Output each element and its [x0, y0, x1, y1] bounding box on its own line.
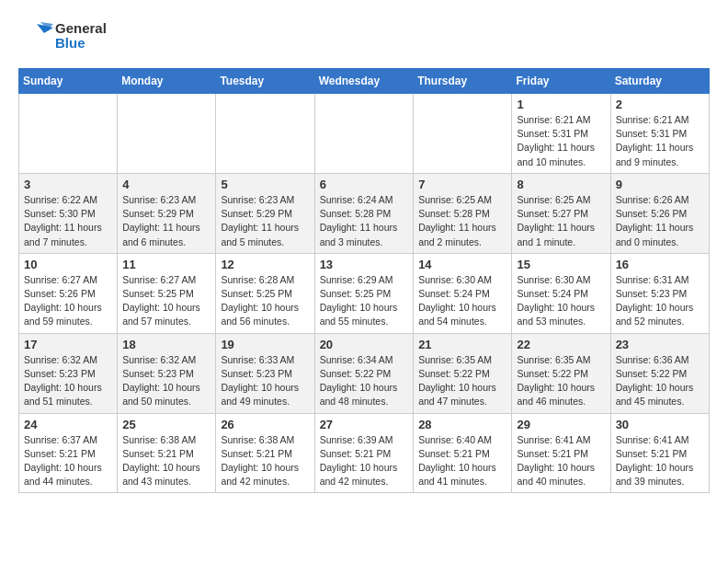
- logo-bird-icon: [18, 18, 53, 53]
- calendar-cell: 1Sunrise: 6:21 AM Sunset: 5:31 PM Daylig…: [512, 94, 610, 174]
- weekday-header-thursday: Thursday: [414, 69, 512, 94]
- day-number: 21: [418, 338, 506, 351]
- day-info: Sunrise: 6:36 AM Sunset: 5:22 PM Dayligh…: [616, 353, 704, 409]
- weekday-header-monday: Monday: [118, 69, 216, 94]
- day-number: 25: [122, 418, 210, 431]
- calendar-cell: 27Sunrise: 6:39 AM Sunset: 5:21 PM Dayli…: [314, 413, 414, 493]
- calendar-cell: 14Sunrise: 6:30 AM Sunset: 5:24 PM Dayli…: [414, 253, 512, 333]
- calendar-cell: 29Sunrise: 6:41 AM Sunset: 5:21 PM Dayli…: [512, 413, 610, 493]
- day-info: Sunrise: 6:31 AM Sunset: 5:23 PM Dayligh…: [616, 273, 704, 329]
- weekday-header-friday: Friday: [512, 69, 610, 94]
- page-header: General Blue: [18, 18, 710, 53]
- day-info: Sunrise: 6:21 AM Sunset: 5:31 PM Dayligh…: [616, 113, 704, 169]
- day-info: Sunrise: 6:24 AM Sunset: 5:28 PM Dayligh…: [320, 193, 409, 249]
- day-number: 30: [616, 418, 704, 431]
- calendar-table: SundayMondayTuesdayWednesdayThursdayFrid…: [18, 68, 710, 493]
- day-number: 12: [221, 258, 309, 271]
- day-info: Sunrise: 6:29 AM Sunset: 5:25 PM Dayligh…: [320, 273, 409, 329]
- day-number: 3: [24, 178, 112, 191]
- day-info: Sunrise: 6:32 AM Sunset: 5:23 PM Dayligh…: [122, 353, 210, 409]
- day-info: Sunrise: 6:27 AM Sunset: 5:26 PM Dayligh…: [24, 273, 112, 329]
- day-info: Sunrise: 6:33 AM Sunset: 5:23 PM Dayligh…: [221, 353, 309, 409]
- calendar-week-1: 1Sunrise: 6:21 AM Sunset: 5:31 PM Daylig…: [19, 94, 710, 174]
- calendar-cell: 6Sunrise: 6:24 AM Sunset: 5:28 PM Daylig…: [314, 173, 414, 253]
- calendar-cell: 20Sunrise: 6:34 AM Sunset: 5:22 PM Dayli…: [314, 333, 414, 413]
- weekday-header-wednesday: Wednesday: [314, 69, 414, 94]
- day-number: 6: [320, 178, 409, 191]
- calendar-cell: 18Sunrise: 6:32 AM Sunset: 5:23 PM Dayli…: [118, 333, 216, 413]
- day-number: 20: [320, 338, 409, 351]
- weekday-header-saturday: Saturday: [610, 69, 709, 94]
- day-info: Sunrise: 6:32 AM Sunset: 5:23 PM Dayligh…: [24, 353, 112, 409]
- day-info: Sunrise: 6:26 AM Sunset: 5:26 PM Dayligh…: [616, 193, 704, 249]
- calendar-cell: [414, 94, 512, 174]
- calendar-cell: 3Sunrise: 6:22 AM Sunset: 5:30 PM Daylig…: [19, 173, 118, 253]
- day-number: 16: [616, 258, 704, 271]
- day-number: 19: [221, 338, 309, 351]
- logo-general: General: [55, 21, 107, 37]
- day-info: Sunrise: 6:40 AM Sunset: 5:21 PM Dayligh…: [418, 433, 506, 489]
- day-info: Sunrise: 6:37 AM Sunset: 5:21 PM Dayligh…: [24, 433, 112, 489]
- day-info: Sunrise: 6:23 AM Sunset: 5:29 PM Dayligh…: [122, 193, 210, 249]
- day-info: Sunrise: 6:21 AM Sunset: 5:31 PM Dayligh…: [517, 113, 605, 169]
- calendar-cell: [118, 94, 216, 174]
- day-number: 23: [616, 338, 704, 351]
- day-number: 13: [320, 258, 409, 271]
- day-info: Sunrise: 6:30 AM Sunset: 5:24 PM Dayligh…: [418, 273, 506, 329]
- day-info: Sunrise: 6:22 AM Sunset: 5:30 PM Dayligh…: [24, 193, 112, 249]
- calendar-cell: 11Sunrise: 6:27 AM Sunset: 5:25 PM Dayli…: [118, 253, 216, 333]
- day-number: 27: [320, 418, 409, 431]
- calendar-cell: 17Sunrise: 6:32 AM Sunset: 5:23 PM Dayli…: [19, 333, 118, 413]
- calendar-week-2: 3Sunrise: 6:22 AM Sunset: 5:30 PM Daylig…: [19, 173, 710, 253]
- day-number: 1: [517, 98, 605, 111]
- day-info: Sunrise: 6:41 AM Sunset: 5:21 PM Dayligh…: [616, 433, 704, 489]
- day-info: Sunrise: 6:35 AM Sunset: 5:22 PM Dayligh…: [517, 353, 605, 409]
- day-number: 28: [418, 418, 506, 431]
- day-info: Sunrise: 6:39 AM Sunset: 5:21 PM Dayligh…: [320, 433, 409, 489]
- day-info: Sunrise: 6:23 AM Sunset: 5:29 PM Dayligh…: [221, 193, 309, 249]
- day-number: 26: [221, 418, 309, 431]
- calendar-cell: 22Sunrise: 6:35 AM Sunset: 5:22 PM Dayli…: [512, 333, 610, 413]
- calendar-cell: 7Sunrise: 6:25 AM Sunset: 5:28 PM Daylig…: [414, 173, 512, 253]
- day-info: Sunrise: 6:35 AM Sunset: 5:22 PM Dayligh…: [418, 353, 506, 409]
- weekday-header-sunday: Sunday: [19, 69, 118, 94]
- calendar-cell: 30Sunrise: 6:41 AM Sunset: 5:21 PM Dayli…: [610, 413, 709, 493]
- day-number: 15: [517, 258, 605, 271]
- calendar-cell: 19Sunrise: 6:33 AM Sunset: 5:23 PM Dayli…: [216, 333, 314, 413]
- day-number: 10: [24, 258, 112, 271]
- day-number: 29: [517, 418, 605, 431]
- calendar-cell: 28Sunrise: 6:40 AM Sunset: 5:21 PM Dayli…: [414, 413, 512, 493]
- day-number: 5: [221, 178, 309, 191]
- day-number: 24: [24, 418, 112, 431]
- calendar-cell: 13Sunrise: 6:29 AM Sunset: 5:25 PM Dayli…: [314, 253, 414, 333]
- day-number: 22: [517, 338, 605, 351]
- calendar-week-4: 17Sunrise: 6:32 AM Sunset: 5:23 PM Dayli…: [19, 333, 710, 413]
- weekday-header-tuesday: Tuesday: [216, 69, 314, 94]
- calendar-cell: 16Sunrise: 6:31 AM Sunset: 5:23 PM Dayli…: [610, 253, 709, 333]
- logo: General Blue: [18, 18, 107, 53]
- day-number: 17: [24, 338, 112, 351]
- calendar-cell: 26Sunrise: 6:38 AM Sunset: 5:21 PM Dayli…: [216, 413, 314, 493]
- calendar-cell: 5Sunrise: 6:23 AM Sunset: 5:29 PM Daylig…: [216, 173, 314, 253]
- calendar-header-row: SundayMondayTuesdayWednesdayThursdayFrid…: [19, 69, 710, 94]
- day-info: Sunrise: 6:25 AM Sunset: 5:28 PM Dayligh…: [418, 193, 506, 249]
- day-number: 18: [122, 338, 210, 351]
- day-number: 14: [418, 258, 506, 271]
- day-number: 8: [517, 178, 605, 191]
- calendar-cell: 9Sunrise: 6:26 AM Sunset: 5:26 PM Daylig…: [610, 173, 709, 253]
- calendar-cell: 2Sunrise: 6:21 AM Sunset: 5:31 PM Daylig…: [610, 94, 709, 174]
- calendar-cell: 10Sunrise: 6:27 AM Sunset: 5:26 PM Dayli…: [19, 253, 118, 333]
- calendar-cell: 4Sunrise: 6:23 AM Sunset: 5:29 PM Daylig…: [118, 173, 216, 253]
- day-number: 2: [616, 98, 704, 111]
- day-info: Sunrise: 6:28 AM Sunset: 5:25 PM Dayligh…: [221, 273, 309, 329]
- day-number: 11: [122, 258, 210, 271]
- calendar-week-5: 24Sunrise: 6:37 AM Sunset: 5:21 PM Dayli…: [19, 413, 710, 493]
- calendar-cell: 23Sunrise: 6:36 AM Sunset: 5:22 PM Dayli…: [610, 333, 709, 413]
- day-number: 7: [418, 178, 506, 191]
- calendar-cell: 12Sunrise: 6:28 AM Sunset: 5:25 PM Dayli…: [216, 253, 314, 333]
- day-info: Sunrise: 6:27 AM Sunset: 5:25 PM Dayligh…: [122, 273, 210, 329]
- calendar-cell: 15Sunrise: 6:30 AM Sunset: 5:24 PM Dayli…: [512, 253, 610, 333]
- logo-blue: Blue: [55, 36, 107, 52]
- calendar-cell: [19, 94, 118, 174]
- day-info: Sunrise: 6:38 AM Sunset: 5:21 PM Dayligh…: [122, 433, 210, 489]
